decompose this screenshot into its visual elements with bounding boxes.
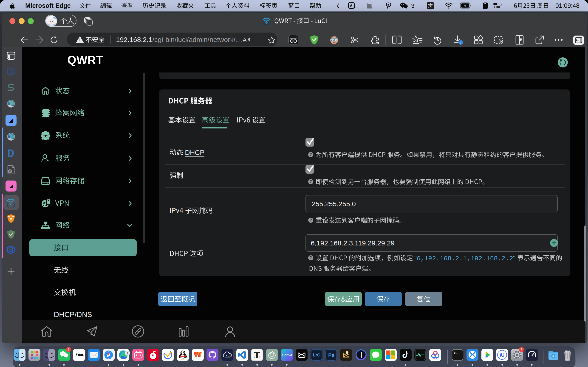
svg-text:1: 1 xyxy=(10,248,12,252)
svg-text:Canva: Canva xyxy=(282,353,292,357)
svg-text:Ps: Ps xyxy=(328,352,334,358)
svg-text:A: A xyxy=(242,37,247,44)
svg-text:i: i xyxy=(460,41,461,44)
svg-text:iU: iU xyxy=(500,352,505,358)
svg-text:A: A xyxy=(350,4,353,8)
svg-text:LrC: LrC xyxy=(313,352,320,357)
svg-text:1: 1 xyxy=(10,70,12,74)
